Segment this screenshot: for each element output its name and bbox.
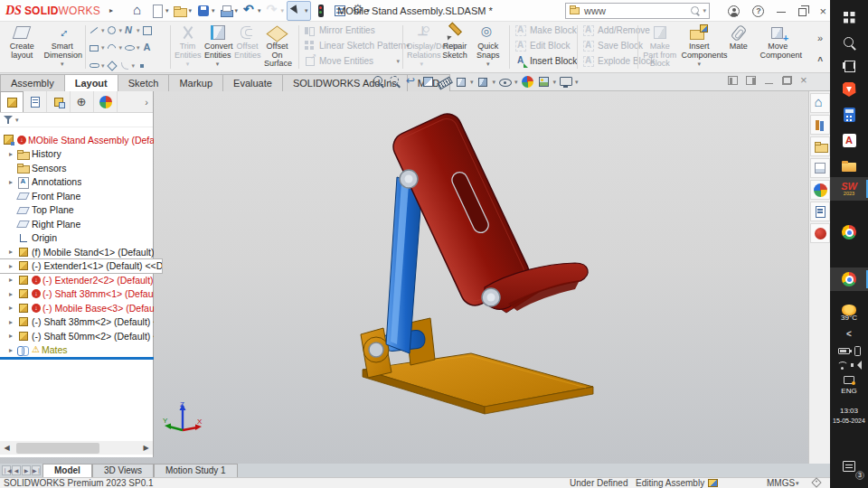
- tree-item-14[interactable]: ▸(-) Shaft 50mm<2> (Default) <<Def: [0, 329, 154, 343]
- start-button[interactable]: [830, 5, 868, 29]
- sketch-polygon-button[interactable]: [106, 58, 118, 73]
- tab-markup[interactable]: Markup: [168, 74, 223, 91]
- caret-icon[interactable]: ▾: [101, 27, 105, 34]
- chrome-window[interactable]: [830, 267, 868, 291]
- view-orientation-icon[interactable]: [454, 75, 467, 89]
- doc-restore-icon[interactable]: [782, 76, 792, 85]
- tree-item-3[interactable]: ▸Annotations: [0, 175, 154, 190]
- sketch-circle-button[interactable]: ▾: [106, 23, 124, 38]
- sketch-slot-button[interactable]: ▾: [88, 58, 106, 73]
- undo-button[interactable]: ▾: [241, 2, 263, 20]
- scroll-right-icon[interactable]: ▶: [139, 441, 153, 455]
- account-icon[interactable]: [728, 5, 740, 17]
- close-button[interactable]: ×: [819, 5, 826, 17]
- doc-minimize-icon[interactable]: [764, 76, 774, 85]
- tab-layout[interactable]: Layout: [64, 74, 118, 91]
- print-button[interactable]: ▾: [217, 2, 240, 20]
- scrollbar-track[interactable]: [14, 441, 139, 455]
- scroll-left-icon[interactable]: ◀: [0, 441, 14, 455]
- tab-assembly[interactable]: Assembly: [0, 74, 65, 91]
- tree-item-9[interactable]: ▸(-) Extender1<1> (Default) <<Defau: [0, 259, 162, 274]
- new-document-caret-icon[interactable]: ▾: [165, 7, 169, 14]
- solidworks-forum-button[interactable]: [810, 223, 830, 243]
- units-selector[interactable]: MMGS: [767, 478, 795, 488]
- sketch-rect-grid-button[interactable]: [141, 23, 154, 38]
- move-component-button[interactable]: Move Component: [759, 23, 798, 71]
- caret-icon[interactable]: ▾: [216, 61, 220, 68]
- solidworks-xpert-button[interactable]: [312, 2, 330, 20]
- section-view-icon[interactable]: [421, 75, 435, 89]
- print-caret-icon[interactable]: ▾: [234, 7, 238, 14]
- mate-button[interactable]: Mate: [719, 23, 759, 71]
- menu-flyout-icon[interactable]: ▸: [109, 6, 113, 14]
- chrome[interactable]: [830, 221, 868, 244]
- tree-item-11[interactable]: ▸↓(-) Shaft 38mm<1> (Default) <<: [0, 287, 154, 302]
- sketch-rect-button[interactable]: ▾: [88, 41, 106, 56]
- save-caret-icon[interactable]: ▾: [212, 7, 215, 14]
- search-box[interactable]: www ▾: [565, 3, 710, 19]
- caret-icon[interactable]: ▾: [697, 61, 701, 68]
- view-orientation-caret-icon[interactable]: ▾: [470, 79, 474, 86]
- repair-sketch-button[interactable]: Repair Sketch: [439, 23, 472, 71]
- insert-components-button[interactable]: Insert Components▾: [680, 23, 720, 71]
- volume-icon[interactable]: [851, 361, 862, 370]
- view-settings-icon[interactable]: [559, 75, 572, 89]
- panel-scrollbar[interactable]: ◀ ▶: [0, 441, 153, 455]
- view-settings-caret-icon[interactable]: ▾: [575, 79, 579, 86]
- last-tab-icon[interactable]: ▶❘: [32, 465, 41, 475]
- quick-snaps-button[interactable]: Quick Snaps▾: [471, 23, 505, 71]
- tree-item-10[interactable]: ▸↓(-) Extender2<2> (Default) <<D: [0, 273, 154, 287]
- expand-arrow-icon[interactable]: ▸: [9, 259, 17, 273]
- save-button[interactable]: ▾: [194, 2, 217, 20]
- select-caret-icon[interactable]: ▾: [305, 7, 308, 14]
- mobile-stand-model[interactable]: [154, 91, 808, 464]
- tree-item-8[interactable]: ▸(f) Mobile Stand<1> (Default) <<De: [0, 245, 154, 259]
- previous-view-icon[interactable]: [405, 75, 419, 89]
- caret-icon[interactable]: ▾: [486, 61, 490, 68]
- expand-arrow-icon[interactable]: ▸: [9, 315, 17, 329]
- open-button[interactable]: ▾: [171, 2, 193, 20]
- select-button[interactable]: ▾: [287, 1, 311, 21]
- autocad[interactable]: A: [830, 128, 868, 152]
- caret-icon[interactable]: ▾: [61, 61, 64, 68]
- create-layout-button[interactable]: Create layout: [2, 23, 42, 71]
- prev-tab-icon[interactable]: ◀: [12, 465, 21, 475]
- expand-arrow-icon[interactable]: ▸: [9, 287, 17, 301]
- options-caret-icon[interactable]: ▾: [367, 7, 371, 14]
- smart-dimension-button[interactable]: Smart Dimension▾: [42, 23, 83, 71]
- sketch-text-button[interactable]: [141, 41, 154, 56]
- model-tab-model[interactable]: Model: [42, 464, 92, 477]
- taskbar-search[interactable]: [830, 31, 868, 54]
- tree-item-15[interactable]: ▸⚠Mates: [0, 343, 154, 358]
- tree-item-6[interactable]: Right Plane: [0, 217, 154, 231]
- caret-icon[interactable]: ▾: [119, 27, 123, 34]
- dimxpertmanager-tab[interactable]: [71, 91, 94, 112]
- wifi-icon[interactable]: [836, 361, 847, 370]
- pane-right-icon[interactable]: [746, 76, 756, 85]
- help-icon[interactable]: ?: [752, 5, 764, 17]
- clock-time[interactable]: 13:03: [830, 407, 868, 415]
- caret-icon[interactable]: ▾: [101, 44, 105, 52]
- caret-icon[interactable]: ▾: [132, 62, 136, 70]
- task-view[interactable]: [830, 54, 868, 78]
- task-scheduler-button[interactable]: [331, 2, 349, 20]
- sketch-ellipse-button[interactable]: ▾: [123, 41, 141, 56]
- ribbon-overflow-icon[interactable]: »: [817, 33, 823, 43]
- tab-sketch[interactable]: Sketch: [118, 74, 170, 91]
- tab-evaluate[interactable]: Evaluate: [222, 74, 283, 91]
- expand-arrow-icon[interactable]: ▸: [9, 301, 17, 314]
- caret-icon[interactable]: ▾: [119, 44, 123, 52]
- convert-entities-button[interactable]: Convert Entities▾: [203, 23, 232, 71]
- caret-icon[interactable]: ▾: [137, 27, 140, 34]
- weather[interactable]: [830, 298, 868, 322]
- first-tab-icon[interactable]: ❘◀: [2, 465, 11, 475]
- undo-caret-icon[interactable]: ▾: [258, 7, 261, 14]
- notification-center[interactable]: 3: [830, 456, 868, 476]
- tag-icon[interactable]: [811, 477, 821, 487]
- restore-button[interactable]: [798, 8, 807, 16]
- tree-item-1[interactable]: ▸History: [0, 147, 154, 162]
- units-caret-icon[interactable]: ▾: [796, 480, 799, 487]
- zoom-to-area-icon[interactable]: [389, 75, 402, 89]
- propertymanager-tab[interactable]: [24, 91, 47, 112]
- design-library-button[interactable]: [810, 115, 830, 135]
